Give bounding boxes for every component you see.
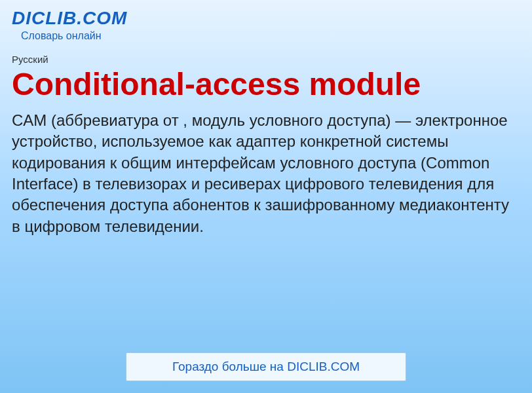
language-label[interactable]: Русский <box>12 54 520 65</box>
site-title[interactable]: DICLIB.COM <box>12 8 520 29</box>
site-subtitle: Словарь онлайн <box>21 30 520 42</box>
more-link-button[interactable]: Гораздо больше на DICLIB.COM <box>126 352 406 381</box>
article-description: CAM (аббревиатура от , модуль условного … <box>12 110 520 237</box>
more-link-container: Гораздо больше на DICLIB.COM <box>0 352 532 381</box>
page-title: Conditional-access module <box>12 67 520 102</box>
site-header: DICLIB.COM Словарь онлайн <box>12 8 520 42</box>
